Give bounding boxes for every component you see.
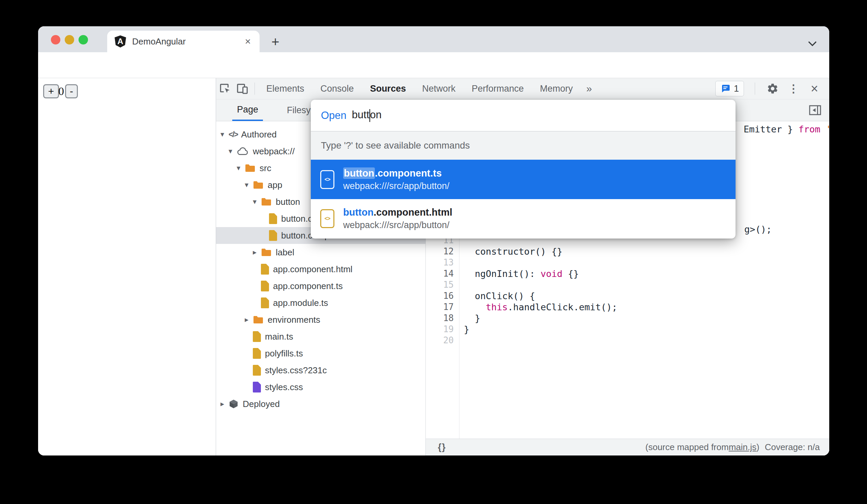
file-icon [253, 331, 261, 342]
tab-close-icon[interactable]: × [243, 36, 252, 47]
source-map-text: (source mapped from [645, 442, 729, 452]
coverage-status: Coverage: n/a [765, 442, 820, 452]
minimize-window-button[interactable] [65, 35, 74, 44]
file-icon [253, 365, 261, 376]
source-map-link[interactable]: main.js [729, 442, 757, 452]
chevron-down-icon[interactable]: ▾ [228, 147, 237, 156]
tab-search-chevron-icon[interactable] [809, 39, 816, 46]
folder-icon [261, 197, 272, 206]
issues-bubble-icon [720, 84, 730, 94]
more-tabs-icon[interactable]: » [581, 83, 597, 94]
tree-item-styles-css[interactable]: styles.css [216, 379, 425, 395]
chevron-right-icon[interactable]: ▸ [245, 315, 253, 324]
quick-open-query: button [352, 109, 382, 122]
toolbar-divider [255, 83, 255, 95]
pretty-print-button[interactable]: { } [438, 442, 445, 452]
file-icon [253, 348, 261, 359]
tree-item-deployed[interactable]: ▸ Deployed [216, 395, 425, 412]
tree-item-app-component-ts[interactable]: app.component.ts [216, 277, 425, 294]
code-line-10-fragment: g>(); [744, 224, 772, 235]
increment-button[interactable]: + [43, 84, 59, 98]
browser-tab[interactable]: A DemoAngular × [107, 31, 259, 52]
code-line-19: } [460, 324, 829, 335]
file-icon [269, 230, 277, 241]
tree-item-app-component-html[interactable]: app.component.html [216, 261, 425, 277]
cloud-icon [237, 147, 249, 156]
tab-console[interactable]: Console [312, 78, 362, 99]
chevron-right-icon[interactable]: ▸ [221, 399, 228, 408]
code-line-18: } [460, 313, 829, 324]
cube-icon [228, 399, 239, 409]
hide-navigator-icon[interactable] [809, 104, 822, 116]
tree-item-app-module-ts[interactable]: app.module.ts [216, 294, 425, 311]
stylesheet-file-icon [253, 382, 261, 393]
quick-open-input[interactable]: Open button [311, 100, 736, 131]
tree-item-polyfills-ts[interactable]: polyfills.ts [216, 345, 425, 362]
folder-icon [253, 315, 264, 324]
quick-open-hint: Type '?' to see available commands [311, 131, 736, 160]
browser-window: A DemoAngular × + ← → ↻ i localhost:4200… [38, 26, 829, 456]
folder-icon [253, 180, 264, 189]
code-line-1-fragment: Emitter } from '@a [743, 124, 829, 135]
chevron-down-icon[interactable]: ▾ [237, 164, 245, 173]
browser-toolbar: ← → ↻ i localhost:4200 ☆ OG ⋮ [38, 52, 829, 78]
decrement-button[interactable]: - [65, 84, 78, 98]
angular-favicon-icon: A [115, 35, 126, 47]
screenshot-canvas: A DemoAngular × + ← → ↻ i localhost:4200… [0, 0, 867, 504]
tab-network[interactable]: Network [414, 78, 463, 99]
gear-icon[interactable] [766, 82, 779, 95]
tab-memory[interactable]: Memory [532, 78, 581, 99]
code-line-17: this.handleClick.emit(); [460, 302, 829, 313]
tree-item-styles-css-query[interactable]: styles.css?231c [216, 362, 425, 379]
tab-sources[interactable]: Sources [362, 78, 414, 99]
tab-title: DemoAngular [132, 36, 243, 47]
chevron-down-icon[interactable]: ▾ [245, 180, 253, 189]
file-icon [261, 264, 269, 275]
tree-item-main-ts[interactable]: main.ts [216, 328, 425, 345]
folder-icon [245, 164, 256, 173]
tree-item-label-folder[interactable]: ▸ label [216, 244, 425, 261]
tree-item-environments[interactable]: ▸ environments [216, 311, 425, 328]
authored-code-icon: </> [228, 130, 238, 139]
page-content: + 0 - [38, 78, 216, 456]
inspect-element-icon[interactable] [216, 80, 234, 97]
devtools-close-icon[interactable]: × [808, 82, 821, 95]
quick-open-mode-label: Open [321, 109, 346, 122]
file-icon [261, 281, 269, 292]
code-line-12: constructor() {} [460, 246, 829, 257]
tab-performance[interactable]: Performance [463, 78, 532, 99]
quick-open-result[interactable]: <> button.component.html webpack:///src/… [311, 199, 736, 238]
new-tab-button[interactable]: + [269, 35, 282, 48]
file-icon [269, 213, 277, 224]
html-file-icon: <> [320, 209, 334, 228]
device-toolbar-icon[interactable] [234, 80, 251, 97]
editor-status-bar: { } (source mapped from main.js) Coverag… [426, 439, 829, 456]
file-icon [261, 297, 269, 308]
navigator-tab-page[interactable]: Page [232, 99, 263, 121]
chevron-down-icon[interactable]: ▾ [253, 197, 261, 206]
tab-elements[interactable]: Elements [258, 78, 312, 99]
code-line-16: onClick() { [460, 291, 829, 302]
browser-tab-bar: A DemoAngular × + [38, 26, 829, 52]
maximize-window-button[interactable] [78, 35, 88, 44]
counter-value: 0 [58, 84, 64, 98]
code-line-14: ngOnInit(): void {} [460, 268, 829, 279]
close-window-button[interactable] [51, 35, 60, 44]
chevron-right-icon[interactable]: ▸ [253, 248, 261, 257]
devtools-menu-kebab-icon[interactable]: ⋮ [787, 82, 800, 95]
issues-count: 1 [734, 84, 739, 94]
folder-icon [261, 248, 272, 257]
quick-open-dialog: Open button Type '?' to see available co… [311, 100, 736, 239]
typescript-file-icon: <> [320, 170, 334, 189]
issues-button[interactable]: 1 [715, 81, 744, 96]
devtools-toolbar: Elements Console Sources Network Perform… [216, 78, 829, 99]
chevron-down-icon[interactable]: ▾ [221, 130, 228, 139]
quick-open-result-selected[interactable]: <> button.component.ts webpack:///src/ap… [311, 160, 736, 199]
